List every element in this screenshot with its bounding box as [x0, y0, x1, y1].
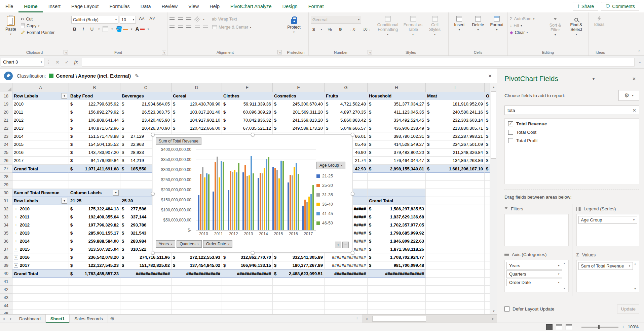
bar-31-35-2015[interactable] — [276, 170, 278, 230]
cell-G39[interactable]: ############## — [325, 261, 368, 270]
cell-G42[interactable] — [325, 286, 368, 294]
cell-A24[interactable]: 2015 — [12, 140, 69, 149]
decrease-font-icon[interactable]: A˅ — [148, 16, 157, 24]
bar-46-50-2011[interactable] — [223, 162, 224, 230]
clipboard-dialog-launcher[interactable]: ↘ — [64, 50, 68, 54]
fill-color-button[interactable]: 🪣 — [116, 26, 128, 32]
bar-21-25-2015[interactable] — [272, 167, 274, 230]
tools-button[interactable]: ⚙▾ — [618, 90, 639, 101]
bar-31-35-2014[interactable] — [262, 173, 263, 230]
expand-icon[interactable]: + — [14, 247, 18, 251]
classification-close-icon[interactable]: ✕ — [488, 73, 492, 79]
ribbon-tab-format[interactable]: Format — [303, 0, 329, 12]
row-header-45[interactable]: 45 — [0, 310, 12, 314]
cell-I28[interactable] — [426, 173, 485, 181]
field-search-input[interactable]: tota✕ — [504, 106, 639, 115]
ribbon-tab-help[interactable]: Help — [204, 0, 225, 12]
clear-search-icon[interactable]: ✕ — [633, 108, 636, 113]
chart-expand-icon[interactable]: + — [335, 242, 341, 248]
cell-G20[interactable]: $4,897,270.35 — [325, 108, 368, 116]
cell-D41[interactable] — [172, 278, 222, 286]
column-header-D[interactable]: D — [172, 83, 222, 92]
find-select-button[interactable]: Find & Select▾ — [567, 16, 586, 36]
bar-31-35-2013[interactable] — [247, 176, 248, 230]
cell-H21[interactable]: $334,492,524.45 — [368, 116, 426, 124]
chart-selection-handle[interactable] — [151, 251, 155, 255]
cell-I34[interactable] — [426, 221, 485, 229]
cell-F21[interactable]: $241,369,813.20 — [273, 116, 325, 124]
pivot-field-sum-of-total-revenue[interactable]: Sum of Total Revenue▾ — [578, 262, 633, 270]
bar-25-30-2011[interactable] — [215, 162, 216, 230]
cell-H22[interactable]: $436,906,238.49 — [368, 124, 426, 132]
align-bottom-icon[interactable] — [186, 17, 191, 21]
cell-H27[interactable]: $2,898,155,340.81 — [368, 165, 426, 173]
chart-axis-field-button-years[interactable]: Years▾ — [156, 240, 175, 248]
sort-filter-button[interactable]: Sort & Filter▾ — [545, 16, 565, 36]
cell-H26[interactable]: $176,464,044.47 — [368, 157, 426, 165]
underline-button[interactable]: U — [89, 26, 96, 32]
ribbon-tab-home[interactable]: Home — [18, 0, 43, 12]
cell-J36[interactable] — [485, 237, 490, 245]
row-header-28[interactable]: 28 — [0, 173, 12, 181]
filter-dropdown-icon[interactable]: ▾ — [113, 190, 119, 196]
format-cells-button[interactable]: Format▾ — [488, 14, 505, 48]
cell-B21[interactable]: $106,808,641.44 — [69, 116, 120, 124]
bar-36-40-2012[interactable] — [234, 170, 235, 230]
cell-F18[interactable]: Cosmetics — [273, 92, 325, 100]
cell-I31[interactable] — [426, 197, 485, 205]
field-item-total-profit[interactable]: Total Profit — [508, 138, 636, 143]
cell-B23[interactable]: $151,571,478.88 — [69, 132, 120, 140]
cell-H35[interactable]: $1,798,685,999.92 — [368, 229, 426, 237]
bar-46-50-2016[interactable] — [298, 174, 299, 230]
cell-B37[interactable]: $313,507,325.04 — [69, 245, 120, 253]
bar-46-50-2015[interactable] — [282, 161, 284, 230]
cell-I24[interactable]: $234,267,501.09 — [426, 140, 485, 149]
cell-J33[interactable] — [485, 213, 490, 221]
cell-C43[interactable] — [120, 294, 172, 302]
conditional-formatting-button[interactable]: Conditional Formatting▾ — [375, 14, 400, 48]
cell-B26[interactable]: $94,179,939.84 — [69, 157, 120, 165]
cell-J37[interactable] — [485, 245, 490, 253]
cell-H25[interactable]: $379,483,802.20 — [368, 149, 426, 157]
bar-25-30-2017[interactable] — [304, 200, 306, 230]
cell-A21[interactable]: 2012 — [12, 116, 69, 124]
cell-F43[interactable] — [273, 294, 325, 302]
zoom-level[interactable]: 100% — [628, 325, 639, 329]
column-header-I[interactable]: I — [426, 83, 485, 92]
cell-H36[interactable]: $1,846,809,222.63 — [368, 237, 426, 245]
cell-J41[interactable] — [485, 278, 490, 286]
cell-E43[interactable] — [222, 294, 273, 302]
sheet-tab-dashboard[interactable]: Dashboard — [14, 315, 46, 323]
cell-I45[interactable] — [426, 310, 485, 314]
row-header-32[interactable]: 32 — [0, 205, 12, 213]
cell-B40[interactable]: $1,783,485,857.23 — [69, 270, 120, 278]
cell-A25[interactable]: 2016 — [12, 149, 69, 157]
cell-B32[interactable]: $175,322,484.13 — [69, 205, 120, 213]
cell-H31[interactable]: Grand Total — [368, 197, 426, 205]
cell-J26[interactable]: $ — [485, 157, 490, 165]
align-top-icon[interactable] — [169, 17, 175, 21]
cell-B42[interactable] — [69, 286, 120, 294]
zoom-slider-thumb[interactable] — [598, 325, 600, 329]
pivot-chart[interactable]: Sum of Total Revenue $400,000,000.00$350… — [153, 134, 352, 253]
row-header-26[interactable]: 26 — [0, 157, 12, 165]
cell-G21[interactable]: $5,860,863.42 — [325, 116, 368, 124]
cell-G40[interactable]: ############# — [325, 270, 368, 278]
share-button[interactable]: ⤴Share — [573, 2, 598, 11]
cell-E22[interactable]: $67,035,521.12 — [222, 124, 273, 132]
cell-I42[interactable] — [426, 286, 485, 294]
cell-I23[interactable]: $232,287,993.21 — [426, 132, 485, 140]
cell-G44[interactable] — [325, 302, 368, 310]
cell-J42[interactable] — [485, 286, 490, 294]
cell-G19[interactable]: $4,721,502.48 — [325, 100, 368, 108]
bar-46-50-2010[interactable] — [208, 174, 210, 230]
font-color-button[interactable]: A — [135, 26, 145, 32]
bar-46-50-2012[interactable] — [238, 163, 239, 230]
cell-D20[interactable]: $103,817,201.40 — [172, 108, 222, 116]
cell-B43[interactable] — [69, 294, 120, 302]
cell-B25[interactable]: $143,783,907.20 — [69, 149, 120, 157]
bar-25-30-2010[interactable] — [200, 174, 201, 230]
row-header-41[interactable]: 41 — [0, 278, 12, 286]
alignment-dialog-launcher[interactable]: ↘ — [277, 50, 282, 54]
bar-41-45-2013[interactable] — [251, 156, 252, 230]
